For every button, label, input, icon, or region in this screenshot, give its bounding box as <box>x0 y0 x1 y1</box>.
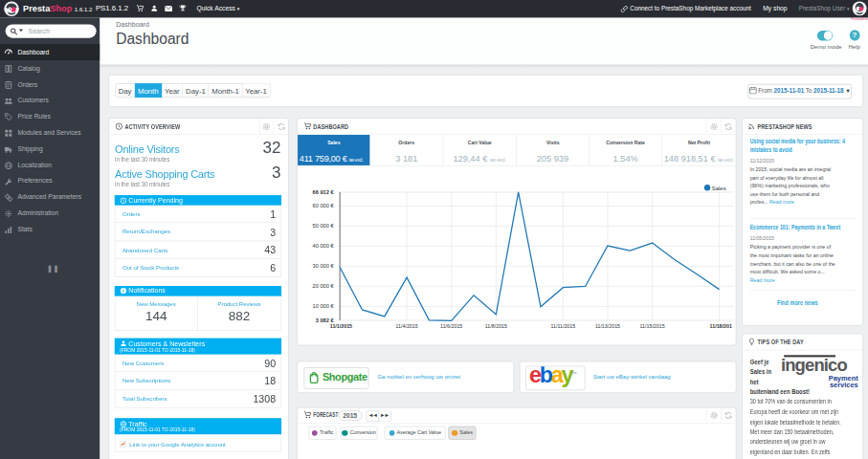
svg-text:11/1/2015: 11/1/2015 <box>329 322 351 328</box>
svg-text:20 000 €: 20 000 € <box>312 283 334 289</box>
svg-text:60 000 €: 60 000 € <box>312 203 334 208</box>
svg-text:10 000 €: 10 000 € <box>312 303 334 309</box>
svg-text:40 000 €: 40 000 € <box>312 243 334 249</box>
svg-text:11/4/2015: 11/4/2015 <box>395 322 417 328</box>
svg-text:11/18/201: 11/18/201 <box>709 322 731 328</box>
svg-text:11/15/2015: 11/15/2015 <box>639 322 664 328</box>
svg-text:30 000 €: 30 000 € <box>312 263 334 269</box>
svg-text:Sales: Sales <box>711 185 725 190</box>
svg-text:50 000 €: 50 000 € <box>312 223 334 229</box>
svg-text:66 912 €: 66 912 € <box>312 189 334 195</box>
svg-text:11/11/2015: 11/11/2015 <box>550 322 575 328</box>
svg-text:11/13/2015: 11/13/2015 <box>595 322 620 328</box>
svg-text:11/8/2015: 11/8/2015 <box>484 322 506 328</box>
svg-text:11/6/2015: 11/6/2015 <box>440 322 462 328</box>
